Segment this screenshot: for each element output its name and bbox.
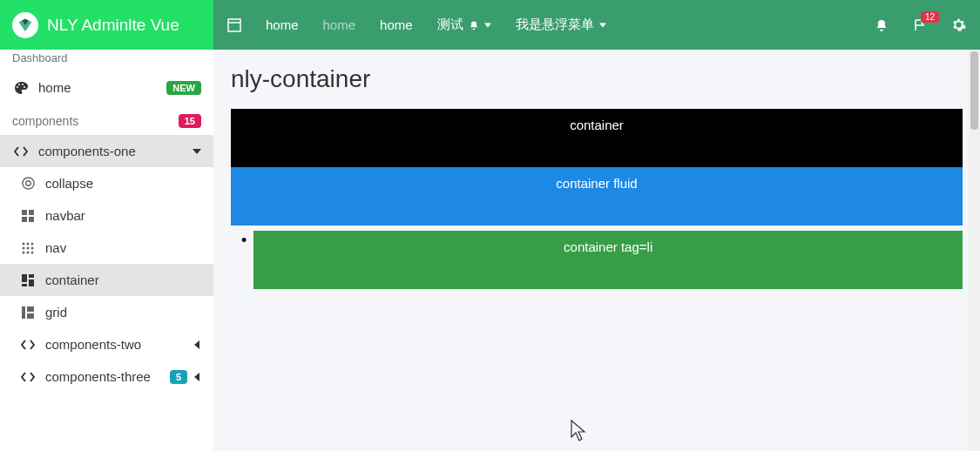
grid2-icon	[19, 306, 37, 319]
demo-container-li-row: • container tag=li	[231, 226, 963, 294]
brand-logo-icon	[12, 12, 38, 38]
svg-point-4	[22, 178, 33, 189]
code-icon	[19, 338, 37, 352]
demo-label: container	[570, 118, 624, 132]
page-title: nly-container	[231, 65, 963, 93]
svg-rect-21	[29, 279, 34, 286]
sidebar-item-label: navbar	[45, 208, 201, 223]
brand-header[interactable]: NLY Adminlte Vue	[0, 0, 213, 50]
badge-components-count: 15	[179, 114, 201, 128]
svg-rect-24	[27, 306, 34, 312]
sidebar-header-dashboard: Dashboard	[0, 50, 213, 71]
sidebar-item-label: components-two	[45, 337, 193, 352]
sidebar-item-container[interactable]: container	[0, 264, 213, 296]
nav-link-hover-label: 我是悬浮菜单	[516, 17, 594, 33]
svg-rect-25	[27, 313, 34, 319]
code-icon	[19, 370, 37, 384]
sidebar-item-collapse[interactable]: collapse	[0, 167, 213, 199]
scrollbar-thumb[interactable]	[970, 51, 978, 130]
sidebar-item-label: nav	[45, 240, 201, 255]
palette-icon	[12, 81, 30, 95]
demo-container-default: container	[231, 109, 963, 167]
sidebar-item-label: grid	[45, 305, 201, 320]
sidebar-item-label: collapse	[45, 176, 201, 191]
caret-down-icon	[599, 22, 606, 29]
flag-icon[interactable]: 12	[913, 18, 927, 32]
svg-point-17	[27, 251, 30, 253]
sidebar-item-label: components-one	[38, 144, 193, 158]
svg-rect-22	[22, 284, 27, 286]
demo-container-li: container tag=li	[253, 231, 963, 289]
bullet-icon: •	[241, 231, 247, 248]
gear-icon[interactable]	[951, 17, 966, 32]
nav-link-test-label: 测试	[437, 17, 463, 33]
sidebar-item-components-one[interactable]: components-one	[0, 135, 213, 167]
nav-link-hover-menu[interactable]: 我是悬浮菜单	[516, 17, 606, 33]
chevron-left-icon	[193, 373, 201, 381]
nav-link-home-1[interactable]: home	[266, 17, 299, 32]
svg-rect-23	[22, 306, 25, 319]
bell-icon[interactable]	[875, 18, 889, 32]
svg-point-18	[31, 251, 34, 253]
svg-point-12	[31, 242, 34, 245]
dashboard-icon	[19, 274, 37, 286]
svg-point-13	[23, 246, 25, 249]
notification-count: 12	[921, 11, 939, 23]
sidebar-section-components: components 15	[0, 104, 213, 135]
sidebar-section-label: components	[12, 114, 179, 128]
svg-point-11	[27, 242, 30, 245]
svg-rect-9	[29, 217, 34, 222]
demo-label: container fluid	[556, 176, 637, 191]
grid-icon	[19, 210, 37, 222]
sidebar-item-nav[interactable]: nav	[0, 232, 213, 264]
dots-icon	[19, 242, 37, 254]
caret-down-icon	[484, 22, 491, 29]
svg-rect-6	[22, 210, 27, 215]
svg-rect-7	[29, 210, 34, 215]
svg-point-16	[23, 251, 25, 253]
bell-icon	[469, 20, 479, 30]
sidebar-item-navbar[interactable]: navbar	[0, 199, 213, 232]
svg-rect-19	[22, 274, 27, 282]
chrome-icon	[19, 177, 37, 190]
menu-toggle-icon[interactable]	[227, 18, 241, 32]
badge-new: NEW	[166, 81, 201, 95]
sidebar: Dashboard home NEW components 15 compone…	[0, 50, 213, 451]
chevron-down-icon	[193, 147, 201, 156]
svg-point-15	[31, 246, 34, 249]
svg-point-10	[23, 242, 25, 245]
nav-link-home-2[interactable]: home	[323, 17, 356, 32]
svg-rect-8	[22, 217, 27, 222]
svg-rect-2	[228, 19, 240, 31]
sidebar-item-home[interactable]: home NEW	[0, 71, 213, 104]
nav-link-test[interactable]: 测试	[437, 17, 491, 33]
svg-point-14	[27, 246, 30, 249]
sidebar-home-label: home	[38, 80, 166, 95]
sidebar-item-components-two[interactable]: components-two	[0, 328, 213, 360]
sidebar-item-components-three[interactable]: components-three 5	[0, 360, 213, 393]
brand-title: NLY Adminlte Vue	[47, 16, 179, 35]
code-icon	[12, 145, 30, 158]
main-content: nly-container container container fluid …	[213, 50, 980, 451]
scrollbar-track[interactable]	[969, 50, 980, 451]
top-navbar: home home home 测试 我是悬浮菜单 12	[213, 0, 980, 50]
sidebar-item-label: container	[45, 273, 201, 287]
nav-link-home-3[interactable]: home	[380, 17, 413, 32]
sidebar-item-grid[interactable]: grid	[0, 296, 213, 328]
chevron-left-icon	[193, 340, 201, 349]
demo-container-fluid: container fluid	[231, 167, 963, 226]
svg-point-5	[25, 181, 30, 186]
svg-rect-20	[29, 274, 34, 278]
demo-label: container tag=li	[564, 239, 652, 254]
badge-count: 5	[170, 370, 187, 384]
sidebar-item-label: components-three	[45, 369, 170, 384]
